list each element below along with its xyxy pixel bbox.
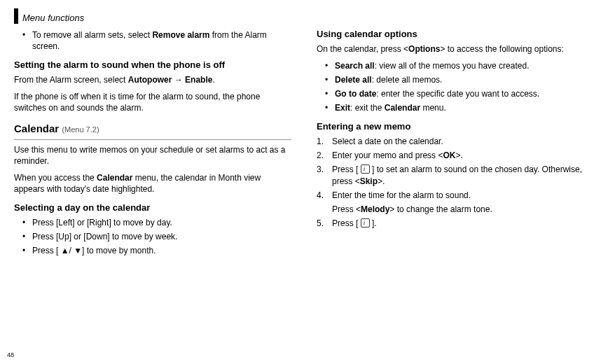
manual-page: Menu functions • To remove all alarm set… [0,0,608,364]
bullet-item: • Delete all: delete all memos. [317,74,594,85]
item-text: Select a date on the calendar. [332,136,594,147]
bullet-item: • Exit: exit the Calendar menu. [317,102,594,113]
text: On the calendar, press < [317,44,408,54]
column-right: Using calendar options On the calendar, … [317,28,594,260]
page-number: 48 [7,351,14,358]
bullet-item: • Go to date: enter the specific date yo… [317,88,594,99]
bullet-text: Search all: view all of the memos you ha… [335,60,594,71]
bullet-item: • To remove all alarm sets, select Remov… [14,29,291,52]
text-bold: Exit [335,103,350,113]
bullet-item: • Search all: view all of the memos you … [317,60,594,71]
paragraph: If the phone is off when it is time for … [14,91,291,113]
page-header: Menu functions [14,8,594,24]
subheading: Entering a new memo [317,120,594,133]
section-heading: Calendar (Menu 7.2) [14,122,291,136]
bullet-text: Press [Left] or [Right] to move by day. [32,217,291,228]
bullet-text: Delete all: delete all memos. [335,74,594,85]
text-bold: Melody [361,204,389,214]
text-bold: Go to date [335,89,376,99]
numbered-item: 4. Enter the time for the alarm to sound… [317,190,594,201]
text: > to access the following options: [440,44,563,54]
info-key-icon [361,218,370,227]
bullet-text: To remove all alarm sets, select Remove … [32,29,291,52]
section-title: Calendar [14,122,59,134]
bullet-dot: • [325,60,335,71]
text-bold: Skip [360,176,378,186]
item-text: Press [ ] to set an alarm to sound on th… [332,164,594,186]
bullet-dot: • [325,102,335,113]
item-number: 1. [317,136,332,147]
text-bold: Autopower [128,75,172,85]
paragraph: On the calendar, press <Options> to acce… [317,43,594,55]
header-accent-bar [14,8,18,24]
bullet-item: • Press [ ▲/ ▼] to move by month. [14,245,291,256]
text-bold: Search all [335,61,375,71]
text: menu. [420,103,446,113]
bullet-dot: • [22,29,32,52]
text: Press < [332,204,361,214]
paragraph: Use this menu to write memos on your sch… [14,144,291,167]
menu-reference: (Menu 7.2) [62,125,99,134]
info-key-icon [361,164,370,174]
bullet-item: • Press [Left] or [Right] to move by day… [14,217,291,228]
bullet-text: Press [Up] or [Down] to move by week. [32,231,291,242]
text: Press [ [332,218,361,228]
text: . [212,75,214,85]
text: >. [455,150,462,160]
bullet-dot: • [22,217,32,228]
text-bold: Enable [185,75,212,85]
text: ]. [370,218,377,228]
text: : exit the [350,103,385,113]
numbered-item: 3. Press [ ] to set an alarm to sound on… [317,164,594,186]
text-bold: Calendar [97,173,132,183]
bullet-item: • Press [Up] or [Down] to move by week. [14,231,291,242]
text: Press [ [332,164,361,174]
content-columns: • To remove all alarm sets, select Remov… [14,28,594,260]
subheading: Using calendar options [317,28,594,41]
text: > to change the alarm tone. [389,204,492,214]
text: : enter the specific date you want to ac… [376,89,539,99]
text: Enter your memo and press < [332,150,443,160]
item-number: 3. [317,164,332,186]
header-title: Menu functions [22,8,84,23]
text-bold: Calendar [385,103,420,113]
section-rule [14,139,291,140]
subheading: Setting the alarm to sound when the phon… [14,59,291,71]
numbered-item: 2. Enter your memo and press <OK>. [317,150,594,161]
item-number: 4. [317,190,332,201]
text-bold: Remove alarm [152,30,209,40]
column-left: • To remove all alarm sets, select Remov… [14,28,291,260]
bullet-text: Exit: exit the Calendar menu. [335,102,594,113]
numbered-item: 5. Press [ ]. [317,218,594,229]
item-number: 2. [317,150,332,161]
item-text: Press [ ]. [332,218,594,229]
bullet-text: Go to date: enter the specific date you … [335,88,594,99]
text: → [172,75,185,85]
item-number: 5. [317,218,332,229]
bullet-dot: • [22,231,32,242]
numbered-item-sub: Press <Melody> to change the alarm tone. [317,204,594,215]
paragraph: From the Alarm screen, select Autopower … [14,74,291,85]
numbered-item: 1. Select a date on the calendar. [317,136,594,147]
text: : view all of the memos you have created… [375,61,530,71]
subheading: Selecting a day on the calendar [14,202,291,214]
text-bold: Options [408,44,440,54]
text: From the Alarm screen, select [14,75,128,85]
text: To remove all alarm sets, select [32,30,152,40]
text-bold: Delete all [335,75,372,85]
text: When you access the [14,173,97,183]
text: >. [378,176,385,186]
bullet-dot: • [325,88,335,99]
bullet-dot: • [22,245,32,256]
item-text: Enter the time for the alarm to sound. [332,190,594,201]
bullet-text: Press [ ▲/ ▼] to move by month. [32,245,291,256]
item-text: Enter your memo and press <OK>. [332,150,594,161]
paragraph: When you access the Calendar menu, the c… [14,172,291,195]
text-bold: OK [443,150,455,160]
text: : delete all memos. [372,75,443,85]
bullet-dot: • [325,74,335,85]
